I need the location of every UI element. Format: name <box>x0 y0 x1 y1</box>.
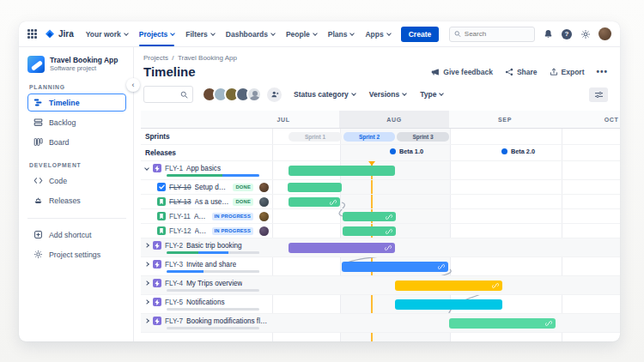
help-icon[interactable]: ? <box>562 29 572 39</box>
issue-key: FLY-2 <box>165 242 183 250</box>
app-switcher-icon[interactable] <box>27 29 37 39</box>
progress-bar <box>167 251 259 254</box>
chevron-right-icon[interactable] <box>144 262 149 267</box>
table-row-issue[interactable]: FLY-11 As a user... IN PROGRESS <box>141 209 620 224</box>
notifications-icon[interactable] <box>543 28 554 39</box>
sprint-pill[interactable]: Sprint 3 <box>397 132 449 142</box>
gantt-bar[interactable] <box>343 226 396 236</box>
gantt-bar[interactable] <box>289 197 340 207</box>
gantt-bar[interactable] <box>343 212 396 221</box>
table-row-issue[interactable]: FLY-12 As a use... IN PROGRESS <box>141 224 620 238</box>
gantt-bar[interactable] <box>342 262 448 272</box>
issue-title: As a user I can ... <box>195 198 230 206</box>
nav-item-people[interactable]: People <box>286 21 317 46</box>
nav-item-projects[interactable]: Projects <box>139 21 175 46</box>
chevron-down-icon <box>350 31 355 36</box>
create-button[interactable]: Create <box>401 27 439 42</box>
month-label: JUL <box>276 111 289 128</box>
progress-bar <box>167 308 259 311</box>
nav-item-apps[interactable]: Apps <box>365 21 390 46</box>
table-row-epic[interactable]: FLY-7 Booking modifications flow <box>141 314 620 333</box>
table-row-issue[interactable]: FLY-10 Setup dev and ... DONE <box>141 180 620 195</box>
sidebar-item-backlog[interactable]: Backlog <box>27 113 126 131</box>
sidebar-item-releases[interactable]: Releases <box>27 191 126 209</box>
sidebar-item-code[interactable]: Code <box>27 172 126 190</box>
table-row-epic[interactable]: FLY-4 My Trips overview <box>141 276 620 295</box>
sidebar-item-project-settings[interactable]: Project settings <box>27 245 126 263</box>
timeline-search-input[interactable] <box>143 86 193 103</box>
status-category-filter[interactable]: Status category <box>294 90 355 99</box>
gantt-bar[interactable] <box>289 243 395 253</box>
chevron-right-icon[interactable] <box>144 281 149 286</box>
sprint-pill[interactable]: Sprint 1 <box>289 132 342 142</box>
share-icon <box>505 68 513 76</box>
user-avatar[interactable] <box>598 27 611 40</box>
chevron-down-icon[interactable] <box>144 166 149 171</box>
export-button[interactable]: Export <box>550 68 585 76</box>
ship-icon <box>33 196 43 206</box>
issue-title: My Trips overview <box>186 280 243 287</box>
link-icon <box>330 199 337 206</box>
sidebar-item-add-shortcut[interactable]: Add shortcut <box>27 226 126 244</box>
avatar-generic[interactable] <box>246 87 262 102</box>
gantt-bar[interactable] <box>449 318 556 329</box>
versions-filter[interactable]: Versions <box>369 90 406 99</box>
search-icon <box>180 91 188 99</box>
sidebar-divider <box>27 218 126 219</box>
breadcrumb-project[interactable]: Travel Booking App <box>178 54 237 62</box>
gantt-bar[interactable] <box>395 299 502 310</box>
board-icon <box>33 137 43 148</box>
table-row-epic[interactable]: FLY-2 Basic trip booking <box>141 238 620 257</box>
more-actions-button[interactable]: ••• <box>596 67 608 76</box>
gantt-bar[interactable] <box>288 183 342 192</box>
releases-label: Releases <box>145 148 176 157</box>
nav-item-plans[interactable]: Plans <box>328 21 355 46</box>
type-filter[interactable]: Type <box>420 90 443 99</box>
sidebar-item-timeline[interactable]: Timeline <box>27 94 126 112</box>
sidebar-item-board[interactable]: Board <box>27 133 126 151</box>
chevron-right-icon[interactable] <box>144 299 149 305</box>
release-marker[interactable]: Beta 2.0 <box>501 148 535 155</box>
project-name: Travel Booking App <box>50 57 118 65</box>
view-settings-button[interactable] <box>589 87 608 102</box>
add-shortcut-icon <box>33 230 43 240</box>
gear-icon <box>33 250 43 260</box>
issue-title: Notifications <box>186 299 225 306</box>
project-header[interactable]: Travel Booking App Software project <box>27 56 126 73</box>
nav-item-dashboards[interactable]: Dashboards <box>226 21 275 46</box>
chevron-down-icon <box>402 91 407 96</box>
link-icon <box>386 214 392 220</box>
progress-bar <box>167 270 259 273</box>
release-marker[interactable]: Beta 1.0 <box>390 148 423 155</box>
release-dot-icon <box>501 148 507 154</box>
give-feedback-button[interactable]: Give feedback <box>431 68 493 76</box>
releases-row: Releases Beta 1.0 Beta 2.0 <box>141 145 620 161</box>
issue-key: FLY-4 <box>165 280 183 287</box>
table-row-epic[interactable]: FLY-3 Invite and share <box>141 257 620 276</box>
jira-logo[interactable]: Jira <box>45 29 74 39</box>
nav-item-your-work[interactable]: Your work <box>86 21 128 46</box>
chevron-right-icon[interactable] <box>144 318 149 323</box>
nav-item-filters[interactable]: Filters <box>185 21 215 46</box>
jira-logo-icon <box>45 29 55 39</box>
share-button[interactable]: Share <box>505 68 538 76</box>
settings-gear-icon[interactable] <box>580 28 591 39</box>
section-label-planning: PLANNING <box>29 84 126 90</box>
table-row-epic[interactable]: FLY-5 Notifications <box>141 295 620 314</box>
global-search-input[interactable] <box>465 30 530 38</box>
gantt-bar[interactable] <box>395 281 502 291</box>
table-row-epic[interactable]: FLY-1 App basics <box>141 161 620 180</box>
sprint-pill[interactable]: Sprint 2 <box>343 132 395 142</box>
table-row-issue[interactable]: FLY-13 As a user I can ... DONE <box>141 195 620 209</box>
global-search[interactable] <box>449 27 535 42</box>
jira-window: Jira Your work Projects Filters Dashboar… <box>19 21 620 341</box>
link-icon <box>386 228 392 235</box>
gantt-bar[interactable] <box>289 166 395 176</box>
breadcrumb-projects[interactable]: Projects <box>143 54 168 62</box>
chevron-right-icon[interactable] <box>144 243 149 248</box>
epic-icon <box>153 317 161 325</box>
sidebar-collapse-button[interactable]: ‹ <box>126 78 140 92</box>
project-type: Software project <box>50 64 118 72</box>
add-person-icon[interactable] <box>267 87 282 102</box>
chevron-down-icon <box>270 31 276 36</box>
